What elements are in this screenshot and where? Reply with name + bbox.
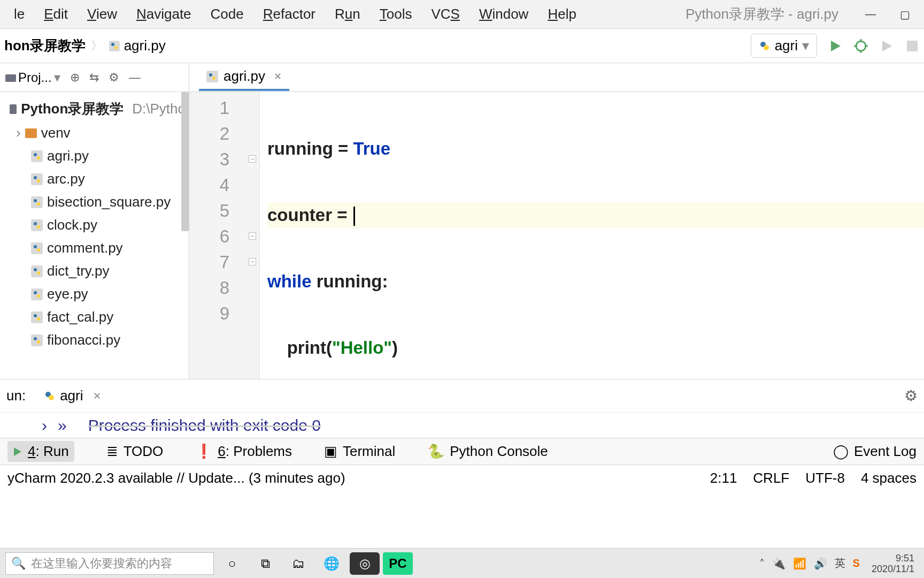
indent-setting[interactable]: 4 spaces [861, 470, 917, 486]
menu-run[interactable]: Run [325, 3, 370, 26]
svg-point-42 [209, 73, 212, 77]
tool-python-console[interactable]: 🐍Python Console [427, 443, 548, 460]
editor-tab-agri[interactable]: agri.py ✕ [199, 64, 289, 91]
taskbar-clock[interactable]: 9:512020/11/1 [867, 553, 919, 574]
tree-file[interactable]: arc.py [0, 168, 189, 191]
breadcrumb-file[interactable]: agri.py [108, 37, 166, 54]
tree-file[interactable]: dict_try.py [0, 260, 189, 283]
chevron-down-icon: ▾ [802, 37, 809, 54]
scrollbar[interactable] [181, 92, 189, 231]
menu-vcs[interactable]: VCS [421, 3, 469, 26]
tree-file[interactable]: clock.py [0, 214, 189, 237]
svg-rect-14 [31, 150, 43, 162]
tree-file[interactable]: bisection_square.py [0, 191, 189, 214]
fold-icon[interactable]: − [249, 258, 256, 265]
tool-run[interactable]: 4: Run [7, 441, 74, 462]
tool-terminal[interactable]: ▣Terminal [324, 443, 395, 460]
breadcrumb-project[interactable]: hon录屏教学 [4, 36, 86, 55]
python-file-icon [31, 219, 43, 231]
tray-chevron-icon[interactable]: ˄ [759, 557, 765, 570]
tree-file[interactable]: comment.py [0, 237, 189, 260]
task-view-icon[interactable]: ⧉ [250, 552, 280, 575]
close-icon[interactable]: ✕ [93, 390, 101, 402]
menu-edit[interactable]: Edit [34, 3, 78, 26]
line-separator[interactable]: CRLF [753, 470, 789, 486]
menu-window[interactable]: Window [469, 3, 538, 26]
tree-file[interactable]: fibonacci.py [0, 329, 189, 352]
terminal-icon: ▣ [324, 443, 337, 460]
menu-file[interactable]: le [4, 3, 34, 26]
svg-rect-0 [109, 41, 120, 51]
run-nav[interactable]: ›» [37, 416, 67, 435]
tree-venv[interactable]: › venv [0, 121, 189, 144]
fold-icon[interactable]: − [249, 232, 256, 240]
maximize-button[interactable]: ▢ [894, 6, 915, 22]
menu-help[interactable]: Help [538, 3, 586, 26]
project-view-selector[interactable]: Proj...▾ [5, 70, 60, 85]
tool-todo[interactable]: ≣TODO [106, 443, 164, 460]
file-encoding[interactable]: UTF-8 [805, 470, 845, 486]
ime-indicator[interactable]: 英 [835, 556, 845, 571]
gear-icon[interactable]: ⚙ [109, 71, 119, 85]
svg-point-1 [111, 43, 114, 46]
minimize-button[interactable]: — [860, 6, 881, 22]
hide-icon[interactable]: — [129, 71, 141, 85]
pycharm-icon[interactable]: PC [383, 552, 413, 575]
svg-point-39 [34, 337, 37, 340]
volume-icon[interactable]: 🔊 [814, 557, 827, 570]
svg-point-19 [37, 179, 40, 182]
chevron-right-icon: 〉 [91, 38, 103, 54]
status-message[interactable]: yCharm 2020.2.3 available // Update... (… [7, 470, 345, 486]
folder-icon [5, 72, 16, 83]
windows-search[interactable]: 🔍 在这里输入你要搜索的内容 [5, 552, 214, 575]
project-tree[interactable]: Python录屏教学 D:\Pytho › venv agri.pyarc.py… [0, 92, 189, 379]
python-icon [44, 390, 56, 402]
close-tab-icon[interactable]: ✕ [274, 71, 282, 82]
system-tray: ˄ 🔌 📶 🔊 英 S 9:512020/11/1 [759, 553, 919, 574]
search-icon: 🔍 [11, 557, 26, 571]
menu-view[interactable]: View [78, 3, 127, 26]
svg-rect-35 [31, 311, 43, 323]
run-tool-window-header: un: agri ✕ ⚙ [0, 379, 924, 412]
tree-file[interactable]: agri.py [0, 144, 189, 168]
run-output[interactable]: ›» Process finished with exit code 0 [0, 412, 924, 438]
coverage-button[interactable] [879, 39, 894, 54]
main-area: Proj...▾ ⊕ ⇆ ⚙ — Python录屏教学 D:\Pytho › v… [0, 63, 924, 379]
menu-navigate[interactable]: Navigate [127, 3, 201, 26]
run-tab[interactable]: agri ✕ [44, 387, 101, 404]
fold-icon[interactable]: − [249, 155, 256, 163]
menu-tools[interactable]: Tools [370, 3, 422, 26]
caret-position[interactable]: 2:11 [710, 470, 737, 486]
tree-project-root[interactable]: Python录屏教学 D:\Pytho [0, 96, 189, 121]
windows-taskbar: 🔍 在这里输入你要搜索的内容 ○ ⧉ 🗂 🌐 ◎ PC ˄ 🔌 📶 🔊 英 S … [0, 548, 924, 578]
python-file-icon [31, 265, 43, 277]
battery-icon[interactable]: 🔌 [772, 557, 786, 570]
svg-marker-46 [14, 447, 21, 456]
explorer-icon[interactable]: 🗂 [283, 552, 313, 575]
play-icon [13, 447, 22, 457]
sogou-icon[interactable]: S [853, 557, 860, 569]
tool-event-log[interactable]: ◯Event Log [833, 443, 917, 460]
folder-icon [10, 104, 17, 114]
run-config-selector[interactable]: agri ▾ [751, 34, 817, 58]
cortana-icon[interactable]: ○ [217, 552, 247, 575]
tree-file[interactable]: fact_cal.py [0, 306, 189, 329]
code-editor[interactable]: 1 2 3− 4 5 6− 7− 8 9 running = True coun… [189, 92, 924, 379]
locate-icon[interactable]: ⊕ [70, 71, 80, 85]
python-file-icon [31, 311, 43, 323]
wifi-icon[interactable]: 📶 [793, 557, 806, 570]
svg-rect-41 [206, 71, 218, 82]
collapse-icon[interactable]: ⇆ [89, 71, 99, 85]
tool-problems[interactable]: ❗6: Problems [195, 443, 292, 460]
edge-icon[interactable]: 🌐 [317, 552, 346, 575]
code-content[interactable]: running = True counter = while running: … [260, 92, 924, 379]
menu-code[interactable]: Code [201, 3, 253, 26]
stop-button[interactable] [905, 39, 920, 54]
chevron-right-icon: › [16, 125, 21, 141]
debug-button[interactable] [853, 39, 868, 54]
gear-icon[interactable]: ⚙ [904, 387, 918, 405]
menu-refactor[interactable]: Refactor [253, 3, 325, 26]
tree-file[interactable]: eye.py [0, 283, 189, 306]
run-button[interactable] [828, 39, 843, 54]
recorder-icon[interactable]: ◎ [350, 552, 380, 575]
